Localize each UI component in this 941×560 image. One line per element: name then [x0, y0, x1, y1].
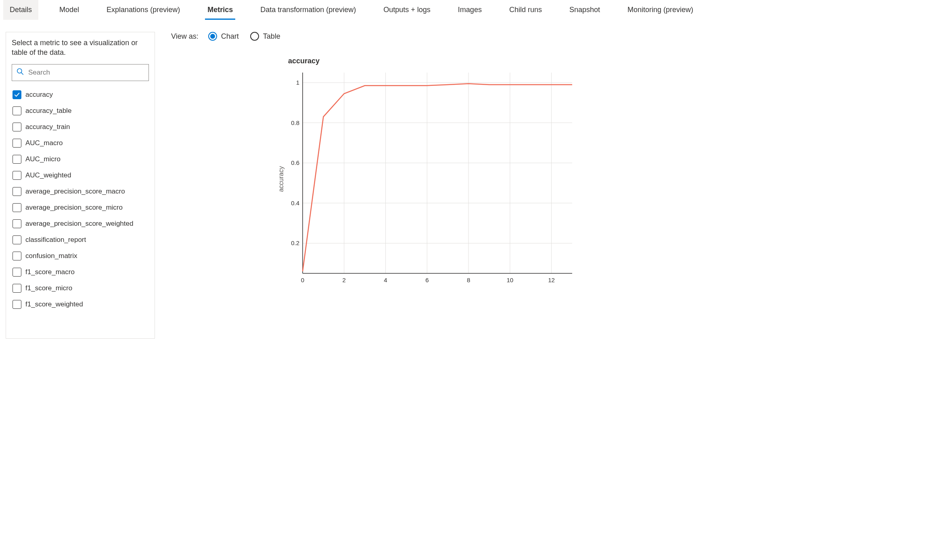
main-panel: View as: ChartTable accuracy accuracy 0.…	[171, 32, 935, 288]
metric-label: accuracy_table	[25, 107, 71, 115]
metric-checkbox[interactable]	[13, 219, 21, 228]
metric-label: average_precision_score_micro	[25, 204, 123, 212]
search-input[interactable]	[12, 64, 149, 81]
metric-row-average_precision_score_macro[interactable]: average_precision_score_macro	[12, 183, 147, 200]
metric-checkbox[interactable]	[13, 106, 21, 115]
metric-checkbox[interactable]	[13, 187, 21, 196]
metric-label: average_precision_score_weighted	[25, 220, 133, 228]
metric-checkbox[interactable]	[13, 235, 21, 244]
tab-model[interactable]: Model	[53, 0, 86, 20]
metric-label: accuracy	[25, 91, 53, 99]
metric-checkbox[interactable]	[13, 90, 21, 99]
x-tick-label: 12	[548, 277, 555, 283]
search-icon	[17, 68, 24, 77]
view-as-chart[interactable]: Chart	[208, 32, 239, 41]
y-axis-label-col: accuracy	[276, 70, 286, 288]
accuracy-chart: 0.20.40.60.81024681012	[286, 70, 573, 288]
metric-row-average_precision_score_weighted[interactable]: average_precision_score_weighted	[12, 216, 147, 232]
radio-label: Table	[263, 32, 280, 41]
x-tick-label: 6	[425, 277, 429, 283]
x-tick-label: 0	[301, 277, 304, 283]
tab-explanations-preview-[interactable]: Explanations (preview)	[100, 0, 186, 20]
metric-label: accuracy_train	[25, 123, 70, 131]
metric-label: AUC_micro	[25, 155, 61, 163]
metric-label: confusion_matrix	[25, 252, 77, 260]
metric-checkbox[interactable]	[13, 252, 21, 260]
x-tick-label: 8	[467, 277, 470, 283]
y-tick-label: 0.2	[291, 239, 299, 246]
metric-checkbox[interactable]	[13, 155, 21, 164]
tab-details[interactable]: Details	[3, 0, 38, 20]
y-tick-label: 0.4	[291, 200, 299, 206]
x-tick-label: 4	[384, 277, 387, 283]
view-as-label: View as:	[171, 32, 199, 41]
tab-data-transformation-preview-[interactable]: Data transformation (preview)	[254, 0, 362, 20]
view-as-row: View as: ChartTable	[171, 32, 935, 41]
radio-circle-icon	[250, 32, 259, 41]
metric-row-AUC_macro[interactable]: AUC_macro	[12, 135, 147, 151]
tab-images[interactable]: Images	[452, 0, 488, 20]
metric-label: AUC_weighted	[25, 171, 71, 179]
chart-container: accuracy accuracy 0.20.40.60.81024681012	[276, 57, 935, 288]
radio-label: Chart	[221, 32, 239, 41]
metric-checkbox[interactable]	[13, 300, 21, 309]
metric-checkbox[interactable]	[13, 268, 21, 277]
view-as-table[interactable]: Table	[250, 32, 280, 41]
tab-monitoring-preview-[interactable]: Monitoring (preview)	[621, 0, 700, 20]
sidebar-description: Select a metric to see a visualization o…	[12, 38, 149, 58]
metric-label: f1_score_micro	[25, 284, 72, 292]
metric-row-accuracy[interactable]: accuracy	[12, 87, 147, 103]
metric-row-classification_report[interactable]: classification_report	[12, 232, 147, 248]
metric-row-confusion_matrix[interactable]: confusion_matrix	[12, 248, 147, 264]
metric-row-accuracy_train[interactable]: accuracy_train	[12, 119, 147, 135]
x-tick-label: 2	[343, 277, 346, 283]
metric-label: f1_score_weighted	[25, 300, 83, 308]
tab-child-runs[interactable]: Child runs	[503, 0, 548, 20]
metric-label: average_precision_score_macro	[25, 187, 125, 196]
chart-title: accuracy	[288, 57, 935, 65]
chart-frame: accuracy 0.20.40.60.81024681012	[276, 70, 935, 288]
metric-row-f1_score_macro[interactable]: f1_score_macro	[12, 264, 147, 280]
metric-label: classification_report	[25, 236, 86, 244]
y-tick-label: 0.6	[291, 159, 299, 166]
metric-row-AUC_micro[interactable]: AUC_micro	[12, 151, 147, 167]
metric-checkbox[interactable]	[13, 123, 21, 131]
y-tick-label: 0.8	[291, 119, 299, 126]
metric-row-accuracy_table[interactable]: accuracy_table	[12, 103, 147, 119]
metric-row-average_precision_score_micro[interactable]: average_precision_score_micro	[12, 200, 147, 216]
tab-snapshot[interactable]: Snapshot	[563, 0, 606, 20]
y-axis-label: accuracy	[278, 166, 285, 192]
metric-row-AUC_weighted[interactable]: AUC_weighted	[12, 167, 147, 183]
metric-row-f1_score_micro[interactable]: f1_score_micro	[12, 280, 147, 296]
tab-outputs-logs[interactable]: Outputs + logs	[377, 0, 437, 20]
search-wrap	[12, 64, 149, 81]
svg-line-1	[21, 73, 23, 75]
metric-sidebar: Select a metric to see a visualization o…	[6, 32, 155, 339]
metric-checkbox[interactable]	[13, 203, 21, 212]
tabs-bar: DetailsModelExplanations (preview)Metric…	[0, 0, 941, 20]
metric-checkbox[interactable]	[13, 171, 21, 180]
metric-label: f1_score_macro	[25, 268, 75, 276]
view-as-radio-group: ChartTable	[208, 32, 280, 41]
x-tick-label: 10	[507, 277, 514, 283]
metric-label: AUC_macro	[25, 139, 63, 147]
radio-circle-icon	[208, 32, 217, 41]
metric-checkbox[interactable]	[13, 139, 21, 148]
metric-list[interactable]: accuracyaccuracy_tableaccuracy_trainAUC_…	[12, 87, 149, 333]
radio-dot-icon	[210, 34, 215, 39]
tab-metrics[interactable]: Metrics	[201, 0, 239, 20]
metric-row-f1_score_weighted[interactable]: f1_score_weighted	[12, 296, 147, 312]
metric-checkbox[interactable]	[13, 284, 21, 293]
y-tick-label: 1	[296, 79, 299, 86]
